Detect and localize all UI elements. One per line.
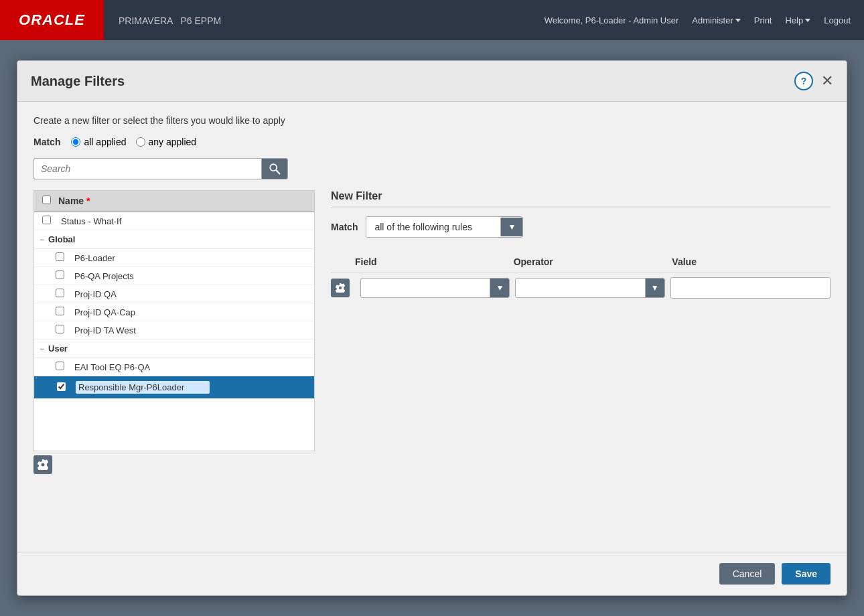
- gear-icon: [38, 459, 48, 470]
- row-checkbox-cell: [34, 216, 58, 226]
- new-filter-title: New Filter: [331, 190, 831, 208]
- header-name-col: Name *: [58, 196, 314, 206]
- list-item: Proj-ID QA: [34, 285, 314, 303]
- rule-value-input[interactable]: [670, 277, 831, 299]
- rule-gear-button[interactable]: [331, 279, 350, 297]
- rule-row: ▼ ▼: [331, 277, 831, 299]
- list-item: P6-QA Projects: [34, 267, 314, 285]
- row-name: P6-QA Projects: [72, 271, 314, 281]
- help-menu[interactable]: Help: [785, 15, 810, 25]
- new-filter-match-select[interactable]: all of the following rules ▼: [366, 216, 523, 238]
- match-all-applied-radio[interactable]: [71, 137, 80, 147]
- row-name: Proj-ID QA: [72, 289, 314, 299]
- search-input[interactable]: [33, 158, 261, 179]
- administer-caret-icon: [735, 19, 741, 22]
- modal-footer: Cancel Save: [17, 552, 847, 595]
- logout-link[interactable]: Logout: [824, 15, 851, 25]
- nav-right: Welcome, P6-Loader - Admin User Administ…: [545, 15, 864, 25]
- collapse-icon: −: [40, 235, 44, 244]
- row-checkbox-selected[interactable]: [57, 382, 66, 391]
- close-button[interactable]: ✕: [821, 74, 833, 88]
- search-button[interactable]: [261, 158, 288, 179]
- search-icon: [269, 163, 281, 175]
- row-checkbox[interactable]: [56, 325, 64, 333]
- row-checkbox-cell: [49, 382, 73, 393]
- rule-operator-value: [516, 283, 644, 293]
- list-item: Proj-ID QA-Cap: [34, 303, 314, 321]
- list-item-selected[interactable]: [34, 376, 314, 398]
- match-radio-group: all applied any applied: [71, 137, 196, 147]
- help-button[interactable]: ?: [794, 72, 813, 90]
- row-name-editing[interactable]: [73, 381, 313, 394]
- row-checkbox[interactable]: [42, 216, 51, 224]
- row-checkbox[interactable]: [56, 289, 64, 297]
- list-item: EAI Tool EQ P6-QA: [34, 358, 314, 376]
- manage-filters-modal: Manage Filters ? ✕ Create a new filter o…: [17, 60, 847, 596]
- save-button[interactable]: Save: [782, 563, 831, 585]
- modal-header: Manage Filters ? ✕: [17, 61, 847, 102]
- print-link[interactable]: Print: [754, 15, 772, 25]
- row-checkbox-cell: [48, 289, 72, 299]
- new-filter-match-row: Match all of the following rules ▼: [331, 216, 831, 238]
- app-title: PRIMAVERA P6 EPPM: [115, 13, 221, 27]
- modal-description: Create a new filter or select the filter…: [33, 115, 831, 126]
- modal-title: Manage Filters: [31, 74, 125, 89]
- required-star: *: [86, 196, 90, 206]
- row-checkbox[interactable]: [56, 307, 64, 315]
- rule-operator-dropdown-icon[interactable]: ▼: [645, 279, 664, 297]
- collapse-icon: −: [40, 344, 44, 354]
- user-group-label: User: [48, 343, 68, 354]
- welcome-text: Welcome, P6-Loader - Admin User: [545, 15, 679, 25]
- match-label: Match: [33, 137, 60, 147]
- new-filter-match-dropdown-icon[interactable]: ▼: [500, 218, 522, 236]
- list-item: Proj-ID TA West: [34, 321, 314, 339]
- match-any-applied-option[interactable]: any applied: [136, 137, 197, 147]
- administer-menu[interactable]: Administer: [692, 15, 740, 25]
- help-caret-icon: [805, 19, 810, 22]
- row-checkbox[interactable]: [56, 252, 64, 261]
- row-name: EAI Tool EQ P6-QA: [72, 362, 314, 372]
- new-filter-match-value: all of the following rules: [366, 217, 500, 237]
- match-any-applied-radio[interactable]: [136, 137, 145, 147]
- rules-value-col: Value: [672, 256, 831, 267]
- gear-icon: [336, 283, 345, 293]
- list-gear-button[interactable]: [33, 455, 52, 474]
- match-all-applied-option[interactable]: all applied: [71, 137, 126, 147]
- rule-operator-select[interactable]: ▼: [515, 278, 664, 298]
- rules-gear-col: [331, 256, 355, 267]
- user-group-header[interactable]: − User: [34, 339, 314, 358]
- top-navigation: ORACLE PRIMAVERA P6 EPPM Welcome, P6-Loa…: [0, 0, 864, 40]
- row-name: P6-Loader: [72, 253, 314, 263]
- filter-name-input[interactable]: [76, 381, 210, 394]
- list-item: Status - What-If: [34, 212, 314, 230]
- global-group-label: Global: [48, 234, 75, 244]
- row-checkbox-cell: [48, 307, 72, 317]
- global-group-header[interactable]: − Global: [34, 230, 314, 249]
- list-item: P6-Loader: [34, 249, 314, 267]
- new-filter-match-label: Match: [331, 222, 358, 232]
- row-checkbox-cell: [48, 325, 72, 335]
- search-bar: [33, 158, 288, 179]
- filter-scrollable-list[interactable]: Name * Status - What-If: [33, 190, 315, 451]
- rule-field-select[interactable]: ▼: [360, 278, 510, 298]
- row-name: Proj-ID TA West: [72, 325, 314, 335]
- row-name: Proj-ID QA-Cap: [72, 307, 314, 317]
- row-checkbox-cell: [48, 252, 72, 263]
- match-all-applied-label: all applied: [84, 137, 126, 147]
- rules-columns-header: Field Operator Value: [331, 251, 831, 273]
- cancel-button[interactable]: Cancel: [719, 563, 776, 585]
- row-checkbox[interactable]: [56, 271, 64, 279]
- rule-field-value: [361, 283, 490, 293]
- oracle-logo: ORACLE: [0, 0, 104, 40]
- list-bottom-toolbar: [33, 455, 315, 474]
- rules-operator-col: Operator: [514, 256, 672, 267]
- rule-field-dropdown-icon[interactable]: ▼: [490, 279, 509, 297]
- row-checkbox[interactable]: [56, 362, 64, 370]
- main-content: Name * Status - What-If: [33, 190, 831, 474]
- header-checkbox-col: [34, 196, 58, 206]
- match-row: Match all applied any applied: [33, 137, 831, 147]
- page-background: Manage Filters ? ✕ Create a new filter o…: [0, 40, 864, 616]
- rules-field-col: Field: [355, 256, 514, 267]
- row-name: Status - What-If: [58, 216, 314, 226]
- select-all-checkbox[interactable]: [42, 196, 51, 204]
